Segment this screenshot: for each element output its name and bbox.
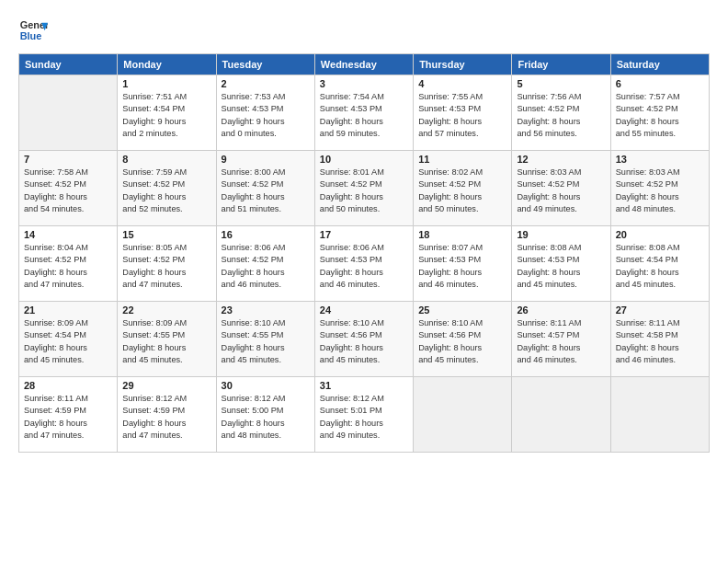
day-number: 27 — [616, 304, 704, 316]
day-info: Sunrise: 7:56 AMSunset: 4:52 PMDaylight:… — [517, 91, 605, 140]
calendar-cell: 31Sunrise: 8:12 AMSunset: 5:01 PMDayligh… — [314, 377, 413, 453]
day-info: Sunrise: 8:11 AMSunset: 4:59 PMDaylight:… — [24, 393, 112, 442]
day-info: Sunrise: 7:53 AMSunset: 4:53 PMDaylight:… — [222, 91, 310, 140]
day-info: Sunrise: 7:59 AMSunset: 4:52 PMDaylight:… — [122, 167, 210, 215]
calendar-cell: 11Sunrise: 8:02 AMSunset: 4:52 PMDayligh… — [414, 151, 512, 226]
calendar-cell: 20Sunrise: 8:08 AMSunset: 4:54 PMDayligh… — [610, 226, 709, 302]
calendar-day-header: Sunday — [19, 54, 118, 75]
day-number: 20 — [616, 229, 704, 240]
calendar-cell: 1Sunrise: 7:51 AMSunset: 4:54 PMDaylight… — [118, 75, 216, 151]
day-info: Sunrise: 8:08 AMSunset: 4:54 PMDaylight:… — [616, 242, 704, 291]
calendar-cell: 29Sunrise: 8:12 AMSunset: 4:59 PMDayligh… — [118, 377, 216, 453]
day-info: Sunrise: 8:00 AMSunset: 4:52 PMDaylight:… — [222, 167, 310, 215]
day-info: Sunrise: 8:07 AMSunset: 4:53 PMDaylight:… — [418, 242, 506, 291]
day-number: 16 — [222, 229, 310, 240]
day-info: Sunrise: 8:03 AMSunset: 4:52 PMDaylight:… — [517, 167, 605, 215]
day-info: Sunrise: 8:08 AMSunset: 4:53 PMDaylight:… — [517, 242, 605, 291]
calendar-cell: 25Sunrise: 8:10 AMSunset: 4:56 PMDayligh… — [414, 302, 512, 377]
day-number: 4 — [418, 78, 506, 89]
day-info: Sunrise: 8:06 AMSunset: 4:52 PMDaylight:… — [222, 242, 310, 291]
calendar-cell: 14Sunrise: 8:04 AMSunset: 4:52 PMDayligh… — [19, 226, 118, 302]
day-info: Sunrise: 8:11 AMSunset: 4:58 PMDaylight:… — [616, 317, 704, 366]
calendar-cell: 18Sunrise: 8:07 AMSunset: 4:53 PMDayligh… — [414, 226, 512, 302]
day-info: Sunrise: 8:10 AMSunset: 4:56 PMDaylight:… — [320, 317, 408, 366]
day-info: Sunrise: 7:51 AMSunset: 4:54 PMDaylight:… — [122, 91, 210, 140]
day-number: 11 — [418, 154, 506, 165]
day-number: 7 — [24, 154, 112, 165]
calendar-cell — [512, 377, 610, 453]
calendar-day-header: Tuesday — [216, 54, 314, 75]
calendar-cell: 24Sunrise: 8:10 AMSunset: 4:56 PMDayligh… — [314, 302, 413, 377]
calendar-cell: 28Sunrise: 8:11 AMSunset: 4:59 PMDayligh… — [19, 377, 118, 453]
day-number: 14 — [24, 229, 112, 240]
day-info: Sunrise: 8:12 AMSunset: 4:59 PMDaylight:… — [122, 393, 210, 442]
day-info: Sunrise: 8:03 AMSunset: 4:52 PMDaylight:… — [616, 167, 704, 215]
calendar-cell: 5Sunrise: 7:56 AMSunset: 4:52 PMDaylight… — [512, 75, 610, 151]
calendar-cell: 19Sunrise: 8:08 AMSunset: 4:53 PMDayligh… — [512, 226, 610, 302]
day-info: Sunrise: 8:09 AMSunset: 4:54 PMDaylight:… — [24, 317, 112, 366]
day-info: Sunrise: 8:04 AMSunset: 4:52 PMDaylight:… — [24, 242, 112, 291]
calendar-cell: 23Sunrise: 8:10 AMSunset: 4:55 PMDayligh… — [216, 302, 314, 377]
calendar-cell — [19, 75, 118, 151]
calendar-table: SundayMondayTuesdayWednesdayThursdayFrid… — [18, 53, 710, 453]
day-number: 17 — [320, 229, 408, 240]
calendar-cell: 22Sunrise: 8:09 AMSunset: 4:55 PMDayligh… — [118, 302, 216, 377]
day-info: Sunrise: 8:10 AMSunset: 4:55 PMDaylight:… — [222, 317, 310, 366]
calendar-cell: 16Sunrise: 8:06 AMSunset: 4:52 PMDayligh… — [216, 226, 314, 302]
calendar-cell: 17Sunrise: 8:06 AMSunset: 4:53 PMDayligh… — [314, 226, 413, 302]
day-number: 18 — [418, 229, 506, 240]
calendar-cell: 7Sunrise: 7:58 AMSunset: 4:52 PMDaylight… — [19, 151, 118, 226]
day-number: 28 — [24, 380, 112, 391]
calendar-cell: 10Sunrise: 8:01 AMSunset: 4:52 PMDayligh… — [314, 151, 413, 226]
day-number: 15 — [122, 229, 210, 240]
calendar-week-row: 1Sunrise: 7:51 AMSunset: 4:54 PMDaylight… — [19, 75, 710, 151]
day-info: Sunrise: 8:06 AMSunset: 4:53 PMDaylight:… — [320, 242, 408, 291]
day-number: 2 — [222, 78, 310, 89]
day-number: 26 — [517, 304, 605, 316]
calendar-cell: 3Sunrise: 7:54 AMSunset: 4:53 PMDaylight… — [314, 75, 413, 151]
day-number: 3 — [320, 78, 408, 89]
day-number: 19 — [517, 229, 605, 240]
calendar-week-row: 14Sunrise: 8:04 AMSunset: 4:52 PMDayligh… — [19, 226, 710, 302]
day-number: 1 — [122, 78, 210, 89]
calendar-cell: 13Sunrise: 8:03 AMSunset: 4:52 PMDayligh… — [610, 151, 709, 226]
calendar-cell: 6Sunrise: 7:57 AMSunset: 4:52 PMDaylight… — [610, 75, 709, 151]
day-info: Sunrise: 8:10 AMSunset: 4:56 PMDaylight:… — [418, 317, 506, 366]
calendar-cell: 9Sunrise: 8:00 AMSunset: 4:52 PMDaylight… — [216, 151, 314, 226]
logo-icon: General Blue — [18, 17, 48, 46]
calendar-cell: 26Sunrise: 8:11 AMSunset: 4:57 PMDayligh… — [512, 302, 610, 377]
calendar-week-row: 21Sunrise: 8:09 AMSunset: 4:54 PMDayligh… — [19, 302, 710, 377]
calendar-header-row: SundayMondayTuesdayWednesdayThursdayFrid… — [19, 54, 710, 75]
calendar-body: 1Sunrise: 7:51 AMSunset: 4:54 PMDaylight… — [19, 75, 710, 453]
calendar-day-header: Friday — [512, 54, 610, 75]
day-number: 10 — [320, 154, 408, 165]
header: General Blue — [18, 17, 710, 46]
day-number: 25 — [418, 304, 506, 316]
day-info: Sunrise: 8:01 AMSunset: 4:52 PMDaylight:… — [320, 167, 408, 215]
day-number: 29 — [122, 380, 210, 391]
day-number: 6 — [616, 78, 704, 89]
day-info: Sunrise: 8:11 AMSunset: 4:57 PMDaylight:… — [517, 317, 605, 366]
day-info: Sunrise: 7:54 AMSunset: 4:53 PMDaylight:… — [320, 91, 408, 140]
calendar-day-header: Monday — [118, 54, 216, 75]
calendar-cell: 12Sunrise: 8:03 AMSunset: 4:52 PMDayligh… — [512, 151, 610, 226]
page: General Blue SundayMondayTuesdayWednesda… — [0, 0, 728, 563]
calendar-cell — [414, 377, 512, 453]
calendar-cell: 21Sunrise: 8:09 AMSunset: 4:54 PMDayligh… — [19, 302, 118, 377]
day-number: 21 — [24, 304, 112, 316]
day-number: 30 — [222, 380, 310, 391]
day-number: 22 — [122, 304, 210, 316]
day-number: 8 — [122, 154, 210, 165]
calendar-cell: 2Sunrise: 7:53 AMSunset: 4:53 PMDaylight… — [216, 75, 314, 151]
calendar-day-header: Thursday — [414, 54, 512, 75]
day-number: 31 — [320, 380, 408, 391]
day-number: 9 — [222, 154, 310, 165]
day-info: Sunrise: 8:12 AMSunset: 5:00 PMDaylight:… — [222, 393, 310, 442]
day-info: Sunrise: 8:09 AMSunset: 4:55 PMDaylight:… — [122, 317, 210, 366]
day-number: 13 — [616, 154, 704, 165]
calendar-cell: 4Sunrise: 7:55 AMSunset: 4:53 PMDaylight… — [414, 75, 512, 151]
day-info: Sunrise: 7:57 AMSunset: 4:52 PMDaylight:… — [616, 91, 704, 140]
svg-text:Blue: Blue — [20, 30, 42, 41]
calendar-day-header: Wednesday — [314, 54, 413, 75]
day-number: 12 — [517, 154, 605, 165]
